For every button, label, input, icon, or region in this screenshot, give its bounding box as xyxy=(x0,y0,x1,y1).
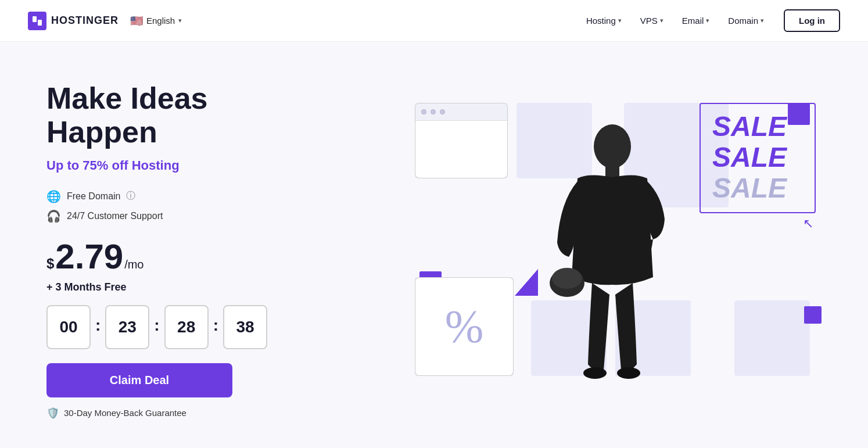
svg-rect-1 xyxy=(38,20,42,26)
vps-chevron-icon: ▾ xyxy=(660,17,663,24)
nav-item-hosting[interactable]: Hosting ▾ xyxy=(578,11,630,30)
triangle-accent xyxy=(515,269,538,296)
login-button[interactable]: Log in xyxy=(784,9,840,32)
svg-point-6 xyxy=(583,367,607,379)
person-svg xyxy=(537,114,688,388)
price-section: $ 2.79 /mo xyxy=(46,239,325,274)
nav-vps-label: VPS xyxy=(640,16,658,26)
hero-section: Make Ideas Happen Up to 75% off Hosting … xyxy=(0,42,868,448)
price-amount: 2.79 xyxy=(55,239,123,274)
domain-chevron-icon: ▾ xyxy=(761,17,764,24)
language-selector[interactable]: 🇺🇸 English ▾ xyxy=(130,15,182,27)
price-period: /mo xyxy=(124,258,144,271)
sale-line-2: SALE xyxy=(712,142,787,173)
nav-hosting-label: Hosting xyxy=(586,16,616,26)
countdown-sep-1: : xyxy=(91,316,105,335)
browser-dot-2 xyxy=(431,109,436,114)
browser-dot-3 xyxy=(440,109,445,114)
guarantee-text: 30-Day Money-Back Guarantee xyxy=(64,408,186,418)
cursor-icon: ↖ xyxy=(803,216,813,231)
nav-email-label: Email xyxy=(682,16,704,26)
nav-item-domain[interactable]: Domain ▾ xyxy=(720,11,772,30)
countdown-minutes: 23 xyxy=(105,305,149,349)
features-list: 🌐 Free Domain ⓘ 🎧 24/7 Customer Support xyxy=(46,189,325,223)
subtitle-prefix: Up to xyxy=(46,158,83,173)
percent-box: % xyxy=(415,277,514,376)
countdown-seconds: 28 xyxy=(164,305,209,349)
feature-support-label: 24/7 Customer Support xyxy=(67,211,163,221)
hero-visual: % SALE SALE SALE ↖ xyxy=(403,91,822,411)
svg-point-5 xyxy=(552,268,582,289)
flag-icon: 🇺🇸 xyxy=(130,15,143,27)
countdown-hours: 00 xyxy=(46,305,91,349)
nav-item-email[interactable]: Email ▾ xyxy=(674,11,718,30)
svg-point-7 xyxy=(617,367,640,379)
shield-icon: 🛡️ xyxy=(46,407,59,420)
price-dollar: $ xyxy=(46,256,54,272)
feature-support: 🎧 24/7 Customer Support xyxy=(46,209,325,223)
nav-left: HOSTINGER 🇺🇸 English ▾ xyxy=(28,12,182,30)
svg-point-2 xyxy=(594,124,631,169)
percent-symbol: % xyxy=(445,303,484,350)
nav-menu: Hosting ▾ VPS ▾ Email ▾ Domain ▾ xyxy=(578,11,772,30)
info-icon: ⓘ xyxy=(126,190,135,202)
language-label: English xyxy=(146,16,175,26)
hero-subtitle: Up to 75% off Hosting xyxy=(46,158,325,173)
sale-box: SALE SALE SALE xyxy=(700,103,816,213)
subtitle-suffix: off Hosting xyxy=(108,158,179,173)
nav-domain-label: Domain xyxy=(728,16,758,26)
price-display: $ 2.79 /mo xyxy=(46,239,325,274)
email-chevron-icon: ▾ xyxy=(706,17,709,24)
browser-bar xyxy=(415,103,507,121)
svg-rect-3 xyxy=(605,166,619,177)
hosting-chevron-icon: ▾ xyxy=(618,17,622,24)
countdown-sep-3: : xyxy=(209,316,223,335)
person-figure xyxy=(537,114,688,388)
logo-icon xyxy=(28,12,46,30)
headset-icon: 🎧 xyxy=(46,209,61,223)
countdown-timer: 00 : 23 : 28 : 38 xyxy=(46,305,325,349)
claim-deal-button[interactable]: Claim Deal xyxy=(46,363,232,397)
logo-svg xyxy=(31,15,43,27)
browser-dot-1 xyxy=(421,109,426,114)
globe-icon: 🌐 xyxy=(46,189,61,203)
browser-mockup xyxy=(415,103,508,178)
logo-text: HOSTINGER xyxy=(51,15,119,27)
feature-domain: 🌐 Free Domain ⓘ xyxy=(46,189,325,203)
hero-title: Make Ideas Happen xyxy=(46,82,325,148)
nav-right: Hosting ▾ VPS ▾ Email ▾ Domain ▾ Log in xyxy=(578,9,840,32)
countdown-sep-2: : xyxy=(149,316,164,335)
discount-highlight: 75% xyxy=(83,158,108,173)
months-free: + 3 Months Free xyxy=(46,281,325,293)
guarantee-row: 🛡️ 30-Day Money-Back Guarantee xyxy=(46,407,325,420)
logo-link[interactable]: HOSTINGER xyxy=(28,12,119,30)
countdown-centiseconds: 38 xyxy=(223,305,267,349)
hero-left: Make Ideas Happen Up to 75% off Hosting … xyxy=(46,82,325,419)
nav-item-vps[interactable]: VPS ▾ xyxy=(632,11,672,30)
lang-chevron-icon: ▾ xyxy=(178,17,182,24)
sale-line-1: SALE xyxy=(712,112,787,142)
accent-square-3 xyxy=(804,306,822,324)
svg-rect-0 xyxy=(33,16,37,22)
sale-line-3: SALE xyxy=(712,173,787,204)
bg-square-bot-right xyxy=(734,300,810,376)
navbar: HOSTINGER 🇺🇸 English ▾ Hosting ▾ VPS ▾ E… xyxy=(0,0,868,42)
feature-domain-label: Free Domain xyxy=(67,191,120,202)
